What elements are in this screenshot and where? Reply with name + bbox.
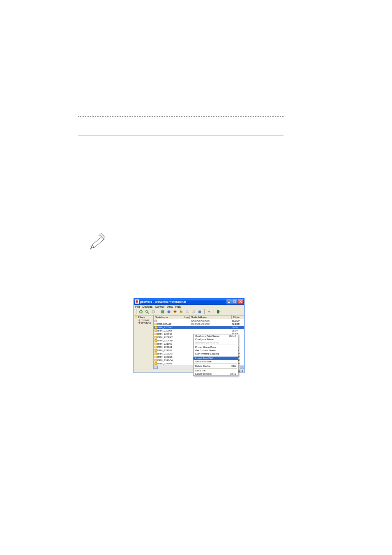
svg-rect-2	[234, 301, 236, 303]
titlebar[interactable]: pservers - BRAdmin Professional	[134, 298, 244, 305]
log-icon[interactable]	[185, 309, 190, 314]
app-icon	[135, 299, 139, 304]
svg-rect-1	[228, 302, 230, 303]
col-node-address[interactable]: Node Address	[190, 315, 232, 319]
printer-icon	[154, 320, 157, 322]
menubar[interactable]: File Devices Control View Help	[134, 305, 244, 309]
menu-item[interactable]: Send File	[194, 369, 238, 372]
scroll-thumb[interactable]	[154, 366, 158, 369]
svg-point-7	[168, 311, 171, 313]
menu-view[interactable]: View	[167, 305, 173, 308]
pause-icon[interactable]	[151, 309, 156, 314]
col-log[interactable]: Log	[183, 315, 190, 319]
svg-point-10	[180, 311, 182, 312]
exit-icon[interactable]	[216, 309, 221, 314]
help-icon[interactable]: ?	[207, 309, 212, 314]
svg-rect-11	[186, 312, 189, 313]
printer-icon	[154, 352, 157, 355]
configure-icon[interactable]	[160, 309, 165, 314]
menu-item[interactable]: Start Printing Logging	[194, 352, 238, 355]
table-row[interactable]: BRF-200a99XX:XXX:XX:XXXSLEEP	[154, 322, 244, 326]
menu-item[interactable]: Send Auto Dial	[194, 360, 238, 363]
stop-icon[interactable]	[191, 309, 196, 314]
svg-rect-17	[135, 316, 137, 318]
menu-item[interactable]: Import Auto Dial	[194, 357, 238, 360]
svg-point-5	[152, 311, 154, 313]
settings-icon[interactable]	[197, 309, 202, 314]
menu-help[interactable]: Help	[175, 305, 181, 308]
svg-point-0	[136, 300, 138, 303]
note-icon	[90, 233, 106, 250]
report-icon[interactable]	[179, 309, 184, 314]
menu-devices[interactable]: Devices	[142, 305, 152, 308]
menu-item[interactable]: Get Current Status	[194, 349, 238, 352]
printer-icon	[154, 346, 157, 348]
window-title: pservers - BRAdmin Professional	[140, 300, 226, 303]
svg-point-4	[146, 311, 148, 313]
printer-icon	[154, 326, 157, 329]
table-row[interactable]: XX:XXX:XX:XXXSLEEP	[154, 319, 244, 322]
col-node-name[interactable]: Node Name	[154, 315, 183, 319]
maximize-button[interactable]	[232, 299, 238, 304]
minimize-button[interactable]	[226, 299, 232, 304]
printer-icon	[154, 359, 157, 362]
table-row[interactable]: BRN_22000806/07	[154, 329, 244, 332]
menu-item: NetWare Quick Setup	[194, 341, 238, 344]
printer-icon	[154, 336, 157, 339]
svg-rect-6	[161, 311, 164, 313]
printer-icon	[154, 356, 157, 358]
printer-icon	[154, 329, 157, 332]
menu-item[interactable]: Delete DeviceDEL	[194, 364, 238, 368]
refresh-icon[interactable]	[138, 309, 143, 314]
menu-item[interactable]: Load FirmwareCtrl+L	[194, 372, 238, 375]
svg-rect-12	[186, 310, 187, 312]
devices-icon[interactable]	[166, 309, 171, 314]
table-row[interactable]: BRN_22054C06/05	[154, 326, 244, 329]
printer-icon	[154, 333, 157, 335]
menu-file[interactable]: File	[135, 305, 140, 308]
search-icon[interactable]	[145, 309, 150, 314]
menu-item[interactable]: Printer Home Page	[194, 345, 238, 349]
menu-item[interactable]: Configure Printer	[194, 338, 238, 341]
printer-icon	[154, 362, 157, 365]
col-printer[interactable]: Printe	[232, 315, 244, 319]
list-header: Node Name Log Node Address Printe	[154, 315, 244, 319]
home-icon[interactable]	[173, 309, 178, 314]
filter-ipxspx[interactable]: IPX/SPX	[134, 322, 153, 324]
printer-icon	[154, 323, 157, 325]
sidebar: Filters TCP/IP IPX/SPX	[134, 315, 154, 369]
close-button[interactable]	[238, 299, 243, 304]
printer-icon	[154, 339, 157, 342]
svg-rect-15	[198, 311, 201, 313]
svg-rect-13	[192, 312, 195, 313]
context-menu[interactable]: Configure Print ServerCtrl+CConfigure Pr…	[193, 334, 238, 376]
svg-point-3	[140, 311, 142, 313]
printer-icon	[154, 349, 157, 352]
svg-rect-14	[194, 310, 195, 312]
svg-rect-16	[217, 310, 219, 313]
menu-item[interactable]: Configure Print ServerCtrl+C	[194, 334, 238, 338]
menu-control[interactable]: Control	[155, 305, 164, 308]
printer-icon	[154, 343, 157, 345]
scroll-right-button[interactable]	[240, 366, 244, 369]
sidebar-header[interactable]: Filters	[134, 315, 153, 319]
toolbar: ?	[134, 309, 244, 315]
